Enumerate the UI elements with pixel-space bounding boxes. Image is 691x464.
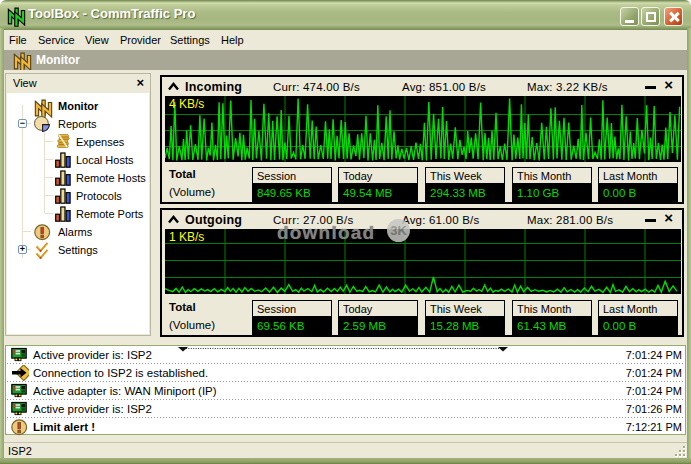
svg-text:4 KB/s: 4 KB/s <box>169 97 204 111</box>
svg-text:1 KB/s: 1 KB/s <box>169 230 204 244</box>
